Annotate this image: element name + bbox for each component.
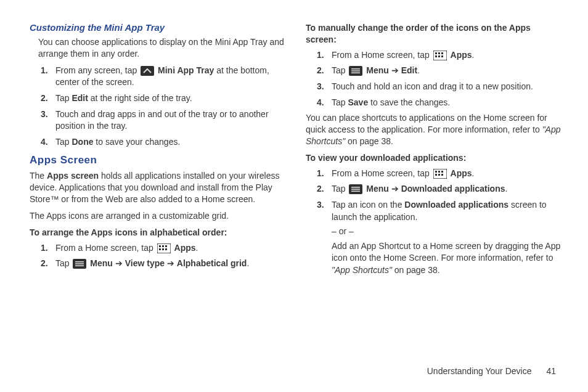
svg-rect-5 (159, 248, 161, 250)
list-item: 2. Tap Edit at the right side of the tra… (41, 92, 287, 105)
svg-rect-26 (441, 171, 443, 173)
step-body: Touch and drag apps in and out of the tr… (55, 108, 287, 133)
paragraph: You can place shortcuts to applications … (306, 112, 563, 147)
arrow: ➔ (165, 258, 177, 268)
step-body: Tap an icon on the Downloaded applicatio… (332, 199, 563, 277)
intro-text: You can choose applications to display o… (38, 36, 287, 60)
footer-page-number: 41 (546, 366, 556, 376)
menu-icon (73, 259, 86, 269)
sub-paragraph: Add an App Shortcut to a Home screen by … (332, 240, 563, 277)
step-text: From a Home screen, tap (55, 243, 156, 253)
svg-rect-14 (438, 52, 440, 54)
arrow: ➔ (113, 258, 125, 268)
text-bold: Apps screen (47, 171, 99, 181)
svg-rect-28 (438, 174, 440, 176)
arrow: ➔ (389, 184, 401, 194)
step-body: Tap Menu ➔ Edit. (332, 65, 563, 77)
step-body: Touch and hold an icon and drag it to a … (332, 81, 563, 93)
step-text: to save the changes. (368, 97, 450, 107)
step-bold: Edit (71, 93, 88, 103)
steps-manual-order: 1. From a Home screen, tap Apps. 2. Tap (317, 49, 563, 108)
step-number: 1. (41, 65, 55, 89)
list-item: 2. Tap Menu ➔ Edit. (317, 65, 563, 77)
heading-customizing: Customizing the Mini App Tray (30, 22, 287, 33)
svg-rect-17 (438, 55, 440, 57)
step-bold: Menu (90, 258, 113, 268)
steps-downloaded: 1. From a Home screen, tap Apps. 2. Tap (317, 168, 563, 277)
bold-lead: To view your downloaded applications: (306, 152, 563, 164)
step-body: Tap Menu ➔ View type ➔ Alphabetical grid… (55, 258, 287, 270)
menu-icon (349, 66, 362, 76)
svg-rect-31 (351, 187, 360, 188)
page-footer: Understanding Your Device 41 (427, 366, 556, 376)
list-item: 3. Touch and hold an icon and drag it to… (317, 81, 563, 93)
arrow: ➔ (389, 65, 401, 75)
svg-rect-0 (141, 66, 154, 76)
step-text: Tap (55, 137, 71, 147)
step-text: Tap an icon on the (332, 200, 404, 210)
svg-rect-18 (441, 55, 443, 57)
step-text: . (417, 65, 420, 75)
step-number: 1. (41, 242, 55, 255)
step-number: 4. (317, 97, 332, 109)
svg-rect-33 (351, 191, 360, 192)
heading-apps-screen: Apps Screen (30, 154, 287, 166)
step-body: Tap Edit at the right side of the tray. (55, 92, 287, 105)
step-text: . (472, 50, 475, 60)
list-item: 3. Touch and drag apps in and out of the… (41, 108, 287, 133)
step-number: 2. (41, 92, 55, 105)
bold-lead: To arrange the Apps icons in alphabetica… (30, 227, 287, 239)
step-number: 1. (317, 49, 332, 62)
svg-rect-7 (165, 248, 167, 250)
list-item: 1. From any screen, tap Mini App Tray at… (41, 65, 287, 89)
text: on page 38. (345, 136, 393, 146)
left-column: Customizing the Mini App Tray You can ch… (30, 22, 287, 280)
page-content: Customizing the Mini App Tray You can ch… (0, 0, 588, 280)
step-bold: View type (125, 258, 165, 268)
step-body: Tap Save to save the changes. (332, 97, 563, 109)
step-body: From a Home screen, tap Apps. (332, 168, 563, 180)
svg-rect-16 (435, 55, 437, 57)
list-item: 4. Tap Save to save the changes. (317, 97, 563, 109)
step-bold: Done (71, 137, 93, 147)
step-bold: Edit (401, 65, 417, 75)
list-item: 3. Tap an icon on the Downloaded applica… (317, 199, 563, 277)
step-text: to save your changes. (93, 137, 180, 147)
step-text: . (472, 168, 475, 178)
list-item: 4. Tap Done to save your changes. (41, 136, 287, 149)
svg-rect-4 (165, 245, 167, 247)
step-text: at the right side of the tray. (88, 93, 192, 103)
step-text: Tap (332, 184, 348, 194)
svg-rect-24 (435, 171, 437, 173)
paragraph: The Apps screen holds all applications i… (30, 170, 287, 205)
text: Add an App Shortcut to a Home screen by … (332, 241, 560, 263)
step-body: From a Home screen, tap Apps. (55, 242, 287, 255)
svg-rect-13 (435, 52, 437, 54)
step-bold: Menu (366, 65, 389, 75)
text: The (30, 171, 47, 181)
list-item: 1. From a Home screen, tap Apps. (41, 242, 287, 255)
step-text: From a Home screen, tap (332, 168, 432, 178)
step-bold: Apps (174, 243, 196, 253)
svg-rect-9 (75, 261, 84, 263)
or-separator: – or – (332, 226, 563, 238)
svg-rect-29 (441, 174, 443, 176)
step-text: Tap (55, 93, 71, 103)
step-number: 2. (41, 258, 55, 270)
svg-rect-20 (351, 68, 360, 70)
step-bold: Mini App Tray (158, 65, 214, 75)
step-bold: Alphabetical grid (177, 258, 247, 268)
step-number: 3. (317, 81, 332, 93)
step-bold: Menu (366, 184, 389, 194)
svg-rect-32 (351, 189, 360, 190)
list-item: 1. From a Home screen, tap Apps. (317, 49, 563, 62)
text: You can place shortcuts to applications … (306, 113, 547, 134)
apps-grid-icon (157, 243, 171, 253)
step-bold: Apps (451, 168, 472, 178)
step-number: 2. (317, 183, 332, 195)
step-number: 3. (317, 199, 332, 277)
bold-lead: To manually change the order of the icon… (306, 22, 563, 46)
apps-grid-icon (433, 169, 447, 179)
step-body: From any screen, tap Mini App Tray at th… (55, 65, 287, 89)
step-body: Tap Menu ➔ Downloaded applications. (332, 183, 563, 195)
